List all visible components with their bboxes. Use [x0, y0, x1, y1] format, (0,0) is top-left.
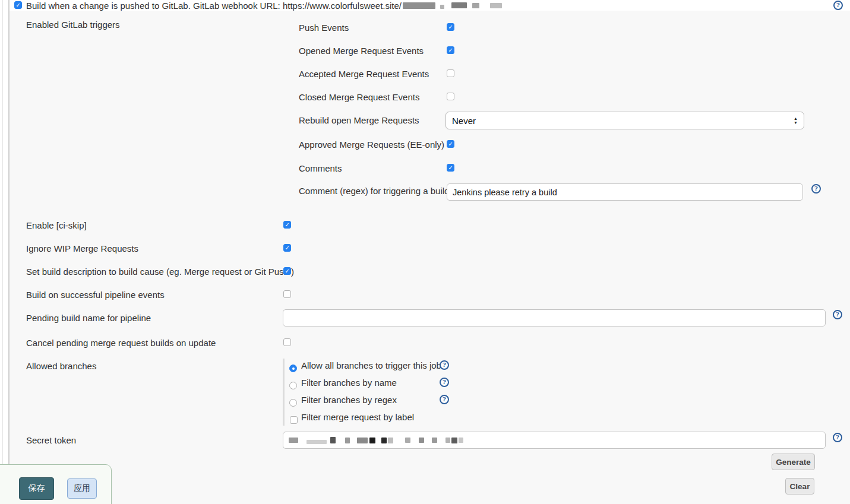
help-icon[interactable]: ?	[833, 1, 843, 10]
pipeline-events-checkbox[interactable]	[283, 290, 291, 298]
rebuild-open-mr-label: Rebuild open Merge Requests	[299, 115, 419, 125]
accepted-mr-events-label: Accepted Merge Request Events	[299, 69, 429, 79]
redacted-text	[451, 2, 467, 8]
redacted-text	[381, 438, 387, 443]
secret-token-input[interactable]	[283, 432, 826, 449]
redacted-text	[445, 438, 450, 443]
redacted-text	[403, 2, 435, 9]
help-icon[interactable]: ?	[440, 360, 449, 370]
accepted-mr-events-checkbox[interactable]	[447, 69, 454, 77]
approved-mr-checkbox[interactable]	[447, 140, 454, 148]
comments-checkbox[interactable]	[447, 164, 454, 172]
cancel-pending-label: Cancel pending merge request builds on u…	[26, 338, 216, 348]
pipeline-events-label: Build on successful pipeline events	[26, 290, 165, 300]
help-icon[interactable]: ?	[440, 395, 449, 404]
redacted-text	[369, 438, 375, 443]
redacted-text	[357, 438, 368, 443]
redacted-text	[419, 438, 424, 443]
save-button[interactable]: 保存	[19, 477, 54, 500]
opened-mr-events-checkbox[interactable]	[447, 46, 454, 54]
redacted-text	[440, 5, 444, 9]
push-events-checkbox[interactable]	[447, 23, 454, 31]
filter-branches-name-label: Filter branches by name	[301, 378, 397, 388]
save-apply-panel: 保存 应用	[0, 464, 112, 504]
allowed-branches-label: Allowed branches	[26, 361, 96, 371]
redacted-text	[306, 440, 327, 444]
radio-group-indent-bar	[283, 359, 285, 426]
filter-branches-regex-label: Filter branches by regex	[301, 395, 397, 405]
filter-merge-label-label: Filter merge request by label	[301, 412, 414, 422]
indent-line	[8, 0, 10, 504]
ignore-wip-checkbox[interactable]	[283, 244, 291, 252]
select-arrows-icon: ▲▼	[794, 117, 798, 125]
header-label: Build when a change is pushed to GitLab.…	[26, 1, 402, 11]
cancel-pending-checkbox[interactable]	[283, 338, 291, 346]
pending-build-name-label: Pending build name for pipeline	[26, 313, 151, 323]
ci-skip-label: Enable [ci-skip]	[26, 220, 87, 230]
ignore-wip-label: Ignore WIP Merge Requests	[26, 243, 138, 253]
redacted-text	[472, 3, 479, 8]
redacted-text	[490, 3, 502, 8]
generate-button[interactable]: Generate	[772, 454, 815, 470]
secret-token-label: Secret token	[26, 435, 76, 445]
comment-regex-label: Comment (regex) for triggering a build	[299, 186, 449, 196]
redacted-text	[459, 438, 463, 443]
build-description-label: Set build description to build cause (eg…	[26, 267, 294, 277]
apply-button[interactable]: 应用	[67, 478, 97, 499]
redacted-text	[330, 437, 336, 443]
help-icon[interactable]: ?	[811, 184, 821, 194]
redacted-text	[405, 438, 410, 443]
indent-line	[2, 0, 3, 504]
build-description-checkbox[interactable]	[283, 267, 291, 275]
filter-merge-label-checkbox[interactable]	[290, 416, 298, 424]
help-icon[interactable]: ?	[440, 378, 449, 387]
redacted-text	[289, 438, 298, 443]
enabled-triggers-label: Enabled GitLab triggers	[26, 20, 120, 30]
redacted-text	[345, 438, 350, 443]
help-icon[interactable]: ?	[833, 310, 842, 319]
filter-branches-regex-radio[interactable]	[289, 399, 297, 407]
config-section-background	[10, 11, 850, 504]
redacted-text	[432, 438, 437, 443]
ci-skip-checkbox[interactable]	[283, 221, 291, 229]
rebuild-open-mr-selected-value: Never	[452, 116, 794, 126]
pending-build-name-input[interactable]	[283, 309, 826, 327]
header-label-wrap: Build when a change is pushed to GitLab.…	[26, 0, 502, 11]
build-on-gitlab-push-checkbox[interactable]	[14, 1, 22, 9]
approved-mr-label: Approved Merge Requests (EE-only)	[299, 140, 444, 150]
rebuild-open-mr-select[interactable]: Never ▲▼	[445, 112, 804, 129]
push-events-label: Push Events	[299, 23, 349, 33]
help-icon[interactable]: ?	[833, 433, 842, 442]
allow-all-branches-radio[interactable]	[289, 364, 297, 372]
comment-regex-input[interactable]	[447, 183, 803, 201]
closed-mr-events-checkbox[interactable]	[447, 93, 454, 100]
clear-button[interactable]: Clear	[785, 478, 814, 495]
allow-all-branches-label: Allow all branches to trigger this job	[301, 360, 441, 370]
redacted-text	[451, 438, 457, 443]
filter-branches-name-radio[interactable]	[289, 382, 297, 389]
closed-mr-events-label: Closed Merge Request Events	[299, 92, 419, 102]
redacted-text	[388, 438, 393, 443]
opened-mr-events-label: Opened Merge Request Events	[299, 46, 424, 56]
comments-label: Comments	[299, 163, 342, 173]
